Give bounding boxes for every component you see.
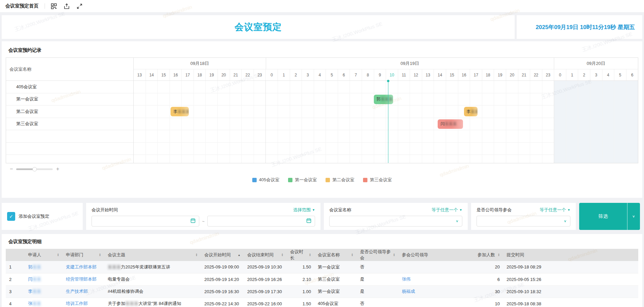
cell-filler xyxy=(557,273,638,285)
legend-item[interactable]: 第一会议室 xyxy=(288,177,317,183)
legend-swatch xyxy=(252,178,257,182)
start-date-from-input[interactable] xyxy=(92,216,199,227)
cell-topic: 关于参加某某某大讲堂”第 84课的通知 xyxy=(104,298,201,307)
cell-filler xyxy=(557,285,638,298)
start-time-label: 会议开始时间 xyxy=(92,207,118,213)
cell-room: 第一会议室 xyxy=(314,261,357,273)
cell-topic: 某某某力2025年党课联播第五讲 xyxy=(104,261,201,273)
export-icon[interactable] xyxy=(63,3,70,9)
datetime-card: 2025年09月19日 10时11分19秒 星期五 xyxy=(517,15,642,39)
gantt-day-header: 09月19日 xyxy=(266,58,554,69)
column-header-start[interactable]: 会议开始时间▲ xyxy=(201,249,244,261)
legend-item[interactable]: 第二会议室 xyxy=(326,177,354,183)
cell-dept[interactable]: 培训工作部 xyxy=(62,298,104,307)
cell-start: 2025-09-19 14:20 xyxy=(201,273,244,285)
cell-leaders[interactable]: 杨福成 xyxy=(398,285,469,298)
cell-count: 6 xyxy=(469,273,503,285)
gantt-event-bar[interactable]: 李某某某 xyxy=(171,107,188,116)
gantt-hour-label: 13 xyxy=(422,69,434,80)
cell-applicant[interactable]: 张某某 xyxy=(25,298,62,307)
leader-mode-dropdown[interactable]: 等于任意一个▼ xyxy=(540,207,570,213)
gantt-hour-label: 4 xyxy=(314,69,326,80)
chevron-down-icon: ∨ xyxy=(564,219,567,223)
cell-start: 2025-09-19 16:30 xyxy=(201,285,244,298)
gantt-event-bar[interactable]: 郭某某某 xyxy=(374,95,393,104)
sort-icon: ▲▼ xyxy=(498,253,500,257)
gantt-event-bar[interactable]: 李某某某 xyxy=(464,107,478,116)
gantt-zoom-control: − + xyxy=(8,166,638,172)
cell-leaders[interactable]: 张伟 xyxy=(398,273,469,285)
legend-item[interactable]: 第三会议室 xyxy=(363,177,392,183)
cell-leader_attend: 是 xyxy=(357,273,398,285)
gantt-hour-label: 11 xyxy=(398,69,410,80)
gantt-event-bar[interactable]: 闫某某某 xyxy=(438,119,463,129)
gantt-hour-label: 1 xyxy=(278,69,290,80)
zoom-out-button[interactable]: − xyxy=(8,166,14,172)
gantt-hour-label: 4 xyxy=(602,69,615,80)
filter-start-time: 会议开始时间 选择范围▼ ~ xyxy=(86,203,320,230)
table-row: 4张某某培训工作部关于参加某某某大讲堂”第 84课的通知2025-09-22 1… xyxy=(6,298,638,307)
table-row: 2闫某某经营管理部本部电量专题会2025-09-19 14:202025-09-… xyxy=(6,273,638,285)
range-mode-dropdown[interactable]: 选择范围▼ xyxy=(293,207,315,213)
table-section-title: 会议室预定明细 xyxy=(6,237,638,249)
gantt-hour-label: 18 xyxy=(194,69,206,80)
gantt-room-label xyxy=(6,130,133,143)
gantt-hour-label: 10 xyxy=(386,69,398,80)
gantt-hour-label: 20 xyxy=(218,69,230,80)
page-title: 会议室预定 xyxy=(235,21,282,33)
cell-num: 3 xyxy=(6,285,25,298)
chevron-down-icon: ∨ xyxy=(456,219,459,223)
column-header-count[interactable]: 参加人数▲▼ xyxy=(469,249,503,261)
divider xyxy=(45,3,45,9)
cell-applicant[interactable]: 李某某 xyxy=(25,285,62,298)
add-reservation-button[interactable]: ✓ 添加会议室预定 xyxy=(2,203,83,230)
column-header-leaders: 参会公司领导 xyxy=(398,249,469,261)
column-header-topic[interactable]: 会议主题▲▼ xyxy=(104,249,201,261)
column-header-duration[interactable]: 会议时长▲▼ xyxy=(287,249,314,261)
start-date-to-input[interactable] xyxy=(207,216,315,227)
gantt-hour-label: 19 xyxy=(206,69,218,80)
column-header-filler xyxy=(557,249,638,261)
column-header-dept[interactable]: 申请部门▲▼ xyxy=(62,249,104,261)
column-header-applicant[interactable]: 申请人▲▼ xyxy=(25,249,62,261)
filter-leader-attend: 是否公司领导参会 等于任意一个▼ ∨ xyxy=(471,203,576,230)
cell-dept[interactable]: 党建工作部本部 xyxy=(62,261,104,273)
cell-end: 2025-09-19 10:30 xyxy=(244,261,287,273)
cell-dept[interactable]: 生产技术部 xyxy=(62,285,104,298)
gantt-hour-label: 23 xyxy=(542,69,555,80)
leader-attend-select[interactable]: ∨ xyxy=(476,216,570,227)
filter-button-chevron[interactable]: ∨ xyxy=(627,203,640,230)
filter-button[interactable]: 筛选 ∨ xyxy=(579,203,640,230)
room-name-select[interactable]: ∨ xyxy=(329,216,462,227)
gantt-legend: 405会议室第一会议室第二会议室第三会议室 xyxy=(6,177,638,183)
gantt-hour-label: 2 xyxy=(578,69,590,80)
gantt-row xyxy=(134,130,638,143)
column-header-room[interactable]: 会议室名称▲▼ xyxy=(314,249,357,261)
gantt-hour-label: 8 xyxy=(362,69,374,80)
caret-down-icon: ▼ xyxy=(312,208,315,212)
sort-icon: ▲▼ xyxy=(57,253,59,257)
zoom-in-button[interactable]: + xyxy=(55,166,60,172)
legend-item[interactable]: 405会议室 xyxy=(252,177,280,183)
fullscreen-icon[interactable] xyxy=(76,3,83,9)
zoom-slider[interactable] xyxy=(16,168,53,170)
cell-leaders xyxy=(398,261,469,273)
gantt-hour-label: 3 xyxy=(590,69,602,80)
sort-icon: ▲▼ xyxy=(196,253,198,257)
cell-count: 20 xyxy=(469,261,503,273)
gantt-timeline: 09月18日09月19日09月20日 131415161718192021222… xyxy=(134,58,638,163)
column-header-end[interactable]: 会议结束时间▲▼ xyxy=(244,249,287,261)
sort-asc-icon: ▲ xyxy=(238,254,240,257)
cell-applicant[interactable]: 闫某某 xyxy=(25,273,62,285)
gantt-hour-label: 19 xyxy=(494,69,506,80)
gantt-hour-label: 15 xyxy=(158,69,170,80)
column-header-leader_attend[interactable]: 是否公司领导参会▲▼ xyxy=(357,249,398,261)
legend-swatch xyxy=(363,178,367,182)
cell-dept[interactable]: 经营管理部本部 xyxy=(62,273,104,285)
zoom-slider-handle[interactable] xyxy=(32,167,37,171)
cell-applicant[interactable]: 郭某某 xyxy=(25,261,62,273)
gantt-section-title: 会议室预约记录 xyxy=(6,45,638,57)
room-mode-dropdown[interactable]: 等于任意一个▼ xyxy=(432,207,462,213)
qr-code-icon[interactable] xyxy=(50,3,57,9)
detail-table-card: 会议室预定明细 申请人▲▼申请部门▲▼会议主题▲▼会议开始时间▲会议结束时间▲▼… xyxy=(2,234,642,307)
